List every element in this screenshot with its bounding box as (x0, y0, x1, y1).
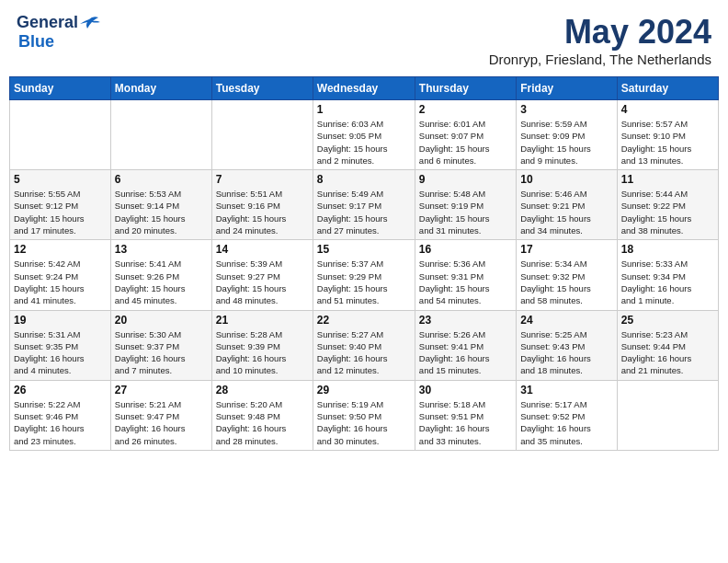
day-info: Sunrise: 6:01 AM Sunset: 9:07 PM Dayligh… (419, 118, 512, 167)
day-number: 20 (115, 314, 208, 327)
day-number: 13 (115, 243, 208, 256)
calendar-cell: 16Sunrise: 5:36 AM Sunset: 9:31 PM Dayli… (415, 240, 516, 310)
calendar-cell: 5Sunrise: 5:55 AM Sunset: 9:12 PM Daylig… (10, 170, 111, 240)
day-info: Sunrise: 5:59 AM Sunset: 9:09 PM Dayligh… (520, 118, 612, 167)
day-info: Sunrise: 5:57 AM Sunset: 9:10 PM Dayligh… (621, 118, 714, 167)
day-info: Sunrise: 5:39 AM Sunset: 9:27 PM Dayligh… (216, 258, 309, 306)
location-subtitle: Dronryp, Friesland, The Netherlands (489, 52, 711, 67)
calendar-cell (211, 100, 313, 170)
calendar-cell: 10Sunrise: 5:46 AM Sunset: 9:21 PM Dayli… (517, 170, 617, 240)
day-info: Sunrise: 5:55 AM Sunset: 9:12 PM Dayligh… (14, 188, 107, 236)
day-number: 26 (14, 384, 107, 396)
day-number: 18 (621, 243, 714, 256)
day-info: Sunrise: 5:30 AM Sunset: 9:37 PM Dayligh… (115, 328, 208, 377)
day-info: Sunrise: 5:17 AM Sunset: 9:52 PM Dayligh… (520, 398, 612, 447)
day-number: 19 (14, 314, 107, 327)
weekday-header-cell: Monday (110, 77, 211, 100)
weekday-header-cell: Tuesday (211, 77, 313, 100)
day-number: 1 (317, 103, 411, 116)
day-number: 25 (621, 314, 714, 327)
day-number: 7 (216, 173, 309, 186)
calendar-cell: 2Sunrise: 6:01 AM Sunset: 9:07 PM Daylig… (415, 100, 516, 170)
month-title: May 2024 (489, 13, 711, 52)
logo: General Blue (17, 13, 100, 52)
calendar-cell: 19Sunrise: 5:31 AM Sunset: 9:35 PM Dayli… (10, 310, 111, 380)
day-info: Sunrise: 5:44 AM Sunset: 9:22 PM Dayligh… (621, 188, 714, 236)
calendar-cell: 22Sunrise: 5:27 AM Sunset: 9:40 PM Dayli… (313, 310, 415, 380)
day-info: Sunrise: 5:34 AM Sunset: 9:32 PM Dayligh… (520, 258, 612, 306)
logo-text-general: General (17, 13, 78, 32)
calendar-cell (10, 100, 111, 170)
logo-bird-icon (80, 16, 100, 30)
day-number: 9 (419, 173, 512, 186)
calendar-cell: 1Sunrise: 6:03 AM Sunset: 9:05 PM Daylig… (313, 100, 415, 170)
day-number: 5 (14, 173, 107, 186)
day-info: Sunrise: 5:25 AM Sunset: 9:43 PM Dayligh… (520, 328, 612, 377)
day-info: Sunrise: 5:48 AM Sunset: 9:19 PM Dayligh… (419, 188, 512, 236)
day-number: 31 (520, 384, 612, 396)
calendar-cell: 25Sunrise: 5:23 AM Sunset: 9:44 PM Dayli… (617, 310, 718, 380)
day-number: 8 (317, 173, 411, 186)
calendar-cell: 15Sunrise: 5:37 AM Sunset: 9:29 PM Dayli… (313, 240, 415, 310)
calendar-cell: 14Sunrise: 5:39 AM Sunset: 9:27 PM Dayli… (211, 240, 313, 310)
calendar-cell (110, 100, 211, 170)
day-info: Sunrise: 5:33 AM Sunset: 9:34 PM Dayligh… (621, 258, 714, 306)
calendar-cell: 28Sunrise: 5:20 AM Sunset: 9:48 PM Dayli… (211, 380, 313, 450)
calendar-cell: 6Sunrise: 5:53 AM Sunset: 9:14 PM Daylig… (110, 170, 211, 240)
day-info: Sunrise: 5:26 AM Sunset: 9:41 PM Dayligh… (419, 328, 512, 377)
weekday-header-cell: Wednesday (313, 77, 415, 100)
calendar-cell: 24Sunrise: 5:25 AM Sunset: 9:43 PM Dayli… (517, 310, 617, 380)
day-number: 17 (520, 243, 612, 256)
calendar-cell: 8Sunrise: 5:49 AM Sunset: 9:17 PM Daylig… (313, 170, 415, 240)
calendar-cell: 21Sunrise: 5:28 AM Sunset: 9:39 PM Dayli… (211, 310, 313, 380)
day-info: Sunrise: 5:19 AM Sunset: 9:50 PM Dayligh… (317, 398, 411, 447)
weekday-header-cell: Friday (517, 77, 617, 100)
calendar-week-row: 5Sunrise: 5:55 AM Sunset: 9:12 PM Daylig… (10, 170, 719, 240)
calendar-cell: 27Sunrise: 5:21 AM Sunset: 9:47 PM Dayli… (110, 380, 211, 450)
day-info: Sunrise: 5:46 AM Sunset: 9:21 PM Dayligh… (520, 188, 612, 236)
logo-text-blue: Blue (18, 32, 54, 52)
day-number: 30 (419, 384, 512, 396)
day-number: 28 (216, 384, 309, 396)
day-number: 3 (520, 103, 612, 116)
calendar-cell: 3Sunrise: 5:59 AM Sunset: 9:09 PM Daylig… (517, 100, 617, 170)
day-info: Sunrise: 5:51 AM Sunset: 9:16 PM Dayligh… (216, 188, 309, 236)
day-info: Sunrise: 5:18 AM Sunset: 9:51 PM Dayligh… (419, 398, 512, 447)
calendar-cell: 11Sunrise: 5:44 AM Sunset: 9:22 PM Dayli… (617, 170, 718, 240)
day-number: 22 (317, 314, 411, 327)
day-info: Sunrise: 5:49 AM Sunset: 9:17 PM Dayligh… (317, 188, 411, 236)
day-info: Sunrise: 5:37 AM Sunset: 9:29 PM Dayligh… (317, 258, 411, 306)
day-number: 2 (419, 103, 512, 116)
day-number: 23 (419, 314, 512, 327)
calendar-week-row: 1Sunrise: 6:03 AM Sunset: 9:05 PM Daylig… (10, 100, 719, 170)
calendar-cell: 23Sunrise: 5:26 AM Sunset: 9:41 PM Dayli… (415, 310, 516, 380)
day-info: Sunrise: 5:53 AM Sunset: 9:14 PM Dayligh… (115, 188, 208, 236)
day-number: 14 (216, 243, 309, 256)
calendar-cell: 9Sunrise: 5:48 AM Sunset: 9:19 PM Daylig… (415, 170, 516, 240)
day-number: 4 (621, 103, 714, 116)
calendar-cell: 4Sunrise: 5:57 AM Sunset: 9:10 PM Daylig… (617, 100, 718, 170)
day-number: 12 (14, 243, 107, 256)
calendar-cell: 12Sunrise: 5:42 AM Sunset: 9:24 PM Dayli… (10, 240, 111, 310)
calendar-cell: 20Sunrise: 5:30 AM Sunset: 9:37 PM Dayli… (110, 310, 211, 380)
calendar-cell: 31Sunrise: 5:17 AM Sunset: 9:52 PM Dayli… (517, 380, 617, 450)
day-number: 6 (115, 173, 208, 186)
weekday-header-cell: Thursday (415, 77, 516, 100)
calendar-cell: 13Sunrise: 5:41 AM Sunset: 9:26 PM Dayli… (110, 240, 211, 310)
day-info: Sunrise: 5:36 AM Sunset: 9:31 PM Dayligh… (419, 258, 512, 306)
calendar-cell: 7Sunrise: 5:51 AM Sunset: 9:16 PM Daylig… (211, 170, 313, 240)
weekday-header-row: SundayMondayTuesdayWednesdayThursdayFrid… (10, 77, 719, 100)
weekday-header-cell: Sunday (10, 77, 111, 100)
day-info: Sunrise: 5:23 AM Sunset: 9:44 PM Dayligh… (621, 328, 714, 377)
day-info: Sunrise: 5:27 AM Sunset: 9:40 PM Dayligh… (317, 328, 411, 377)
calendar-week-row: 19Sunrise: 5:31 AM Sunset: 9:35 PM Dayli… (10, 310, 719, 380)
day-info: Sunrise: 6:03 AM Sunset: 9:05 PM Dayligh… (317, 118, 411, 167)
day-number: 11 (621, 173, 714, 186)
day-number: 29 (317, 384, 411, 396)
day-info: Sunrise: 5:21 AM Sunset: 9:47 PM Dayligh… (115, 398, 208, 447)
calendar-body: 1Sunrise: 6:03 AM Sunset: 9:05 PM Daylig… (10, 100, 719, 451)
day-number: 10 (520, 173, 612, 186)
day-number: 16 (419, 243, 512, 256)
day-info: Sunrise: 5:41 AM Sunset: 9:26 PM Dayligh… (115, 258, 208, 306)
day-info: Sunrise: 5:22 AM Sunset: 9:46 PM Dayligh… (14, 398, 107, 447)
